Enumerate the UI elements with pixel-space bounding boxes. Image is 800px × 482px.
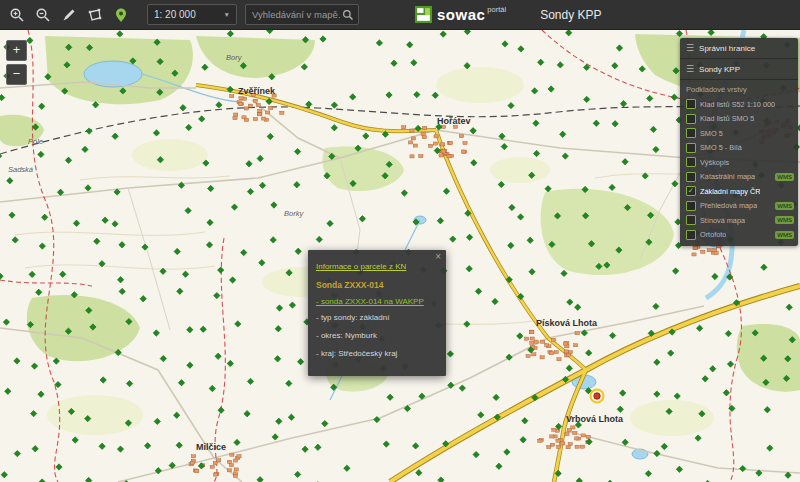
zoom-out-tool[interactable] — [31, 3, 55, 27]
popup-detail-line: - okres: Nymburk — [316, 331, 438, 342]
layer-item-spravni-hranice[interactable]: ☰ Správní hranice — [680, 38, 798, 59]
place-label: Bory — [226, 53, 243, 62]
measure-area-tool[interactable] — [83, 3, 107, 27]
popup-detail-line: - typ sondy: základní — [316, 313, 438, 324]
base-layers-list: Klad listů S52 1:10 000Klad listů SMO 5S… — [680, 97, 798, 242]
layer-label: Přehledová mapa — [700, 201, 757, 210]
place-label: Vrbová Lhota — [566, 414, 624, 424]
base-layer-row[interactable]: Výškopis — [680, 155, 798, 170]
sowac-logo: sowac portál — [415, 6, 506, 24]
wms-badge: WMS — [775, 231, 794, 239]
place-label: Hořátev — [437, 116, 471, 126]
layer-label: Klad listů S52 1:10 000 — [700, 100, 775, 109]
map-container: BoryZvěřínekHořátevBorkyPóleSadskáPískov… — [0, 30, 800, 482]
layer-label: Základní mapy ČR — [700, 187, 760, 196]
layer-checkbox[interactable] — [686, 157, 696, 167]
popup-details: - typ sondy: základní- okres: Nymburk- k… — [316, 313, 438, 359]
overlay-label: Správní hranice — [699, 44, 755, 53]
base-layer-row[interactable]: Stínová mapaWMS — [680, 213, 798, 228]
measure-length-tool[interactable] — [57, 3, 81, 27]
layer-label: Výškopis — [700, 158, 729, 167]
wms-badge: WMS — [775, 173, 794, 181]
place-label: Sadská — [8, 165, 33, 174]
base-layer-row[interactable]: Klad listů SMO 5 — [680, 112, 798, 127]
base-layer-row[interactable]: SMO 5 - Bílá — [680, 141, 798, 156]
base-layer-row[interactable]: Katastrální mapaWMS — [680, 170, 798, 185]
close-icon[interactable]: × — [435, 251, 441, 262]
zoom-out-icon — [35, 7, 51, 23]
layer-checkbox[interactable] — [686, 114, 696, 124]
layer-checkbox[interactable] — [686, 215, 696, 225]
pencil-icon — [61, 7, 77, 23]
layer-checkbox[interactable] — [686, 99, 696, 109]
layer-label: Katastrální mapa — [700, 172, 755, 181]
layer-checkbox[interactable] — [686, 128, 696, 138]
place-label: Písková Lhota — [536, 318, 598, 328]
scale-select[interactable]: 1: 20 000 ▼ — [147, 4, 237, 25]
layer-checkbox[interactable]: ✓ — [686, 186, 696, 196]
app-title: Sondy KPP — [540, 8, 601, 22]
sonda-wakpp-link[interactable]: - sonda ZXXX-014 na WAKPP — [316, 297, 438, 306]
layer-checkbox[interactable] — [686, 143, 696, 153]
wms-badge: WMS — [775, 202, 794, 210]
place-label: Borky — [284, 209, 304, 218]
zoom-controls: + − — [6, 40, 27, 85]
scale-value: 1: 20 000 — [154, 9, 196, 20]
overlay-label: Sondy KPP — [699, 65, 740, 74]
layer-checkbox[interactable] — [686, 201, 696, 211]
brand-suffix: portál — [487, 5, 506, 14]
layer-item-sondy-kpp[interactable]: ☰ Sondy KPP — [680, 59, 798, 80]
polygon-icon — [87, 7, 103, 23]
chevron-down-icon: ▼ — [224, 11, 230, 18]
popup-detail-line: - kraj: Středočeský kraj — [316, 349, 438, 360]
place-label: Póle — [28, 137, 43, 146]
base-layer-row[interactable]: SMO 5 — [680, 126, 798, 141]
popup-title: Sonda ZXXX-014 — [316, 280, 438, 290]
place-label: Milčice — [196, 442, 226, 452]
base-layers-title: Podkladové vrstvy — [680, 80, 798, 97]
feature-popup: × Informace o parcele z KN Sonda ZXXX-01… — [308, 250, 446, 376]
search-box — [245, 4, 359, 25]
zoom-in-tool[interactable] — [5, 3, 29, 27]
parcel-info-link[interactable]: Informace o parcele z KN — [316, 262, 438, 271]
layers-panel: ☰ Správní hranice ☰ Sondy KPP Podkladové… — [680, 38, 798, 246]
zoom-in-icon — [9, 7, 25, 23]
locate-pin-tool[interactable] — [109, 3, 133, 27]
layer-checkbox[interactable] — [686, 172, 696, 182]
layer-label: Klad listů SMO 5 — [700, 114, 754, 123]
base-layer-row[interactable]: OrtofotoWMS — [680, 228, 798, 243]
wms-badge: WMS — [775, 216, 794, 224]
layer-list-icon: ☰ — [686, 43, 694, 53]
layer-label: SMO 5 — [700, 129, 723, 138]
base-layer-row[interactable]: Klad listů S52 1:10 000 — [680, 97, 798, 112]
sowac-logo-icon — [415, 6, 432, 23]
layer-checkbox[interactable] — [686, 230, 696, 240]
brand-name: sowac — [437, 6, 485, 24]
layer-label: SMO 5 - Bílá — [700, 143, 742, 152]
base-layer-row[interactable]: Přehledová mapaWMS — [680, 199, 798, 214]
search-input[interactable] — [250, 8, 342, 21]
layer-label: Ortofoto — [700, 230, 726, 239]
zoom-in-button[interactable]: + — [6, 40, 27, 61]
layer-list-icon: ☰ — [686, 64, 694, 74]
top-toolbar: 1: 20 000 ▼ sowac portál Sondy KPP — [0, 0, 800, 30]
place-label: Zvěřínek — [238, 86, 276, 96]
base-layer-row[interactable]: ✓Základní mapy ČR — [680, 184, 798, 199]
map-pin-icon — [113, 7, 129, 23]
layer-label: Stínová mapa — [700, 216, 745, 225]
zoom-out-button[interactable]: − — [6, 64, 27, 85]
search-icon — [342, 9, 354, 21]
